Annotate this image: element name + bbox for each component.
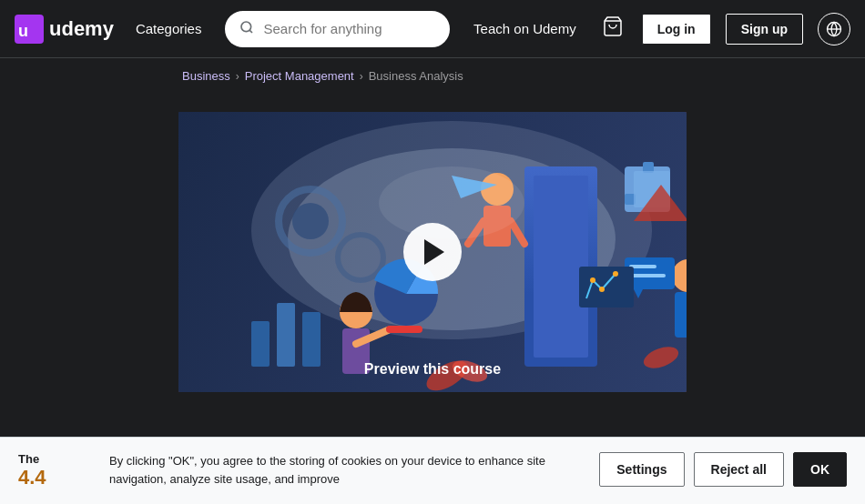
cookie-ok-button[interactable]: OK <box>793 452 847 487</box>
search-icon <box>239 20 254 38</box>
breadcrumb-chevron-2: › <box>360 70 363 83</box>
breadcrumb: Business › Project Management › Business… <box>0 58 865 94</box>
header: u udemy Categories Teach on Udemy Log in… <box>0 0 865 58</box>
svg-point-47 <box>599 287 605 292</box>
teach-on-udemy-link[interactable]: Teach on Udemy <box>466 17 584 40</box>
svg-rect-21 <box>251 321 270 367</box>
course-rating-snippet: The 4.4 <box>18 452 91 489</box>
categories-button[interactable]: Categories <box>128 17 209 40</box>
svg-point-46 <box>590 277 595 283</box>
svg-rect-33 <box>675 292 687 338</box>
logo[interactable]: u udemy <box>15 15 114 44</box>
globe-button[interactable] <box>818 13 850 45</box>
svg-point-48 <box>613 271 618 277</box>
svg-rect-11 <box>534 176 588 358</box>
svg-text:u: u <box>18 22 28 40</box>
breadcrumb-business[interactable]: Business <box>182 69 230 83</box>
cart-icon[interactable] <box>598 12 627 46</box>
breadcrumb-current: Business Analysis <box>369 69 463 83</box>
cookie-actions: Settings Reject all OK <box>599 452 847 487</box>
play-button[interactable] <box>403 223 462 281</box>
svg-rect-40 <box>629 274 666 277</box>
cookie-reject-button[interactable]: Reject all <box>694 452 784 487</box>
logo-text: udemy <box>49 17 114 41</box>
svg-point-34 <box>379 166 524 239</box>
svg-rect-22 <box>277 303 295 367</box>
video-preview[interactable]: Preview this course <box>178 112 687 392</box>
cookie-description: By clicking "OK", you agree to the stori… <box>109 452 581 488</box>
svg-rect-31 <box>386 326 422 333</box>
svg-point-2 <box>241 22 251 32</box>
search-bar <box>223 9 452 49</box>
svg-line-3 <box>250 30 253 33</box>
preview-label: Preview this course <box>178 361 687 378</box>
search-input[interactable] <box>263 21 435 36</box>
login-button[interactable]: Log in <box>642 14 711 45</box>
svg-rect-23 <box>302 312 321 367</box>
signup-button[interactable]: Sign up <box>726 14 803 45</box>
breadcrumb-chevron-1: › <box>236 70 239 83</box>
svg-point-18 <box>292 203 329 239</box>
cookie-banner: The 4.4 By clicking "OK", you agree to t… <box>0 437 865 504</box>
cookie-settings-button[interactable]: Settings <box>599 452 684 487</box>
rating-value: 4.4 <box>18 466 91 489</box>
breadcrumb-project-management[interactable]: Project Management <box>245 69 354 83</box>
main-content: Preview this course <box>0 94 865 392</box>
svg-rect-42 <box>579 267 634 307</box>
rating-title: The <box>18 452 91 466</box>
play-triangle-icon <box>424 239 444 265</box>
